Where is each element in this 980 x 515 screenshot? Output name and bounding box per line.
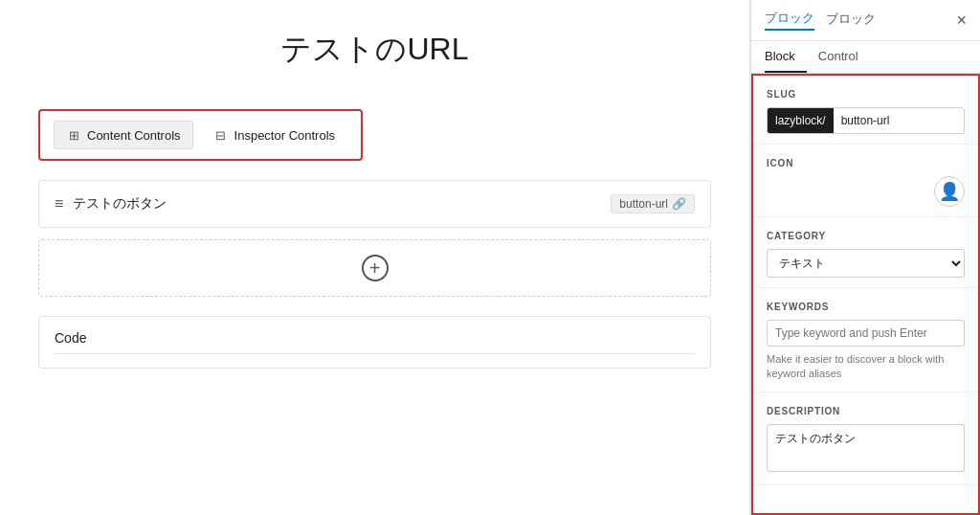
block-item-name: テストのボタン	[73, 195, 167, 213]
category-label: CATEGORY	[767, 231, 965, 241]
slug-row: lazyblock/	[767, 107, 965, 134]
description-field: DESCRIPTION テストのボタン	[753, 392, 978, 485]
code-label: Code	[55, 330, 695, 346]
tab-content-controls[interactable]: ⊞ Content Controls	[54, 121, 193, 149]
category-field: CATEGORY テキスト Common Blocks Formatting L…	[753, 217, 978, 288]
subtab-block[interactable]: Block	[765, 41, 807, 73]
keywords-field: KEYWORDS Make it easier to discover a bl…	[753, 288, 978, 392]
slug-field: SLUG lazyblock/	[753, 76, 978, 145]
content-controls-icon: ⊞	[66, 127, 81, 143]
tab-inspector-controls[interactable]: ⊟ Inspector Controls	[201, 121, 348, 149]
subtab-control[interactable]: Control	[818, 41, 870, 73]
block-item-left: ≡ テストのボタン	[55, 195, 167, 213]
add-block-plus-icon: +	[362, 255, 389, 281]
icon-person: 👤	[939, 181, 960, 202]
tab-inspector-controls-label: Inspector Controls	[234, 128, 336, 143]
category-select[interactable]: テキスト Common Blocks Formatting Layout Ele…	[767, 249, 965, 278]
block-item-icon: ≡	[55, 195, 63, 213]
tab-content-controls-label: Content Controls	[87, 128, 181, 143]
sidebar-content: SLUG lazyblock/ ICON 👤 CATEGORY テキスト Com…	[751, 74, 980, 515]
sidebar-subtabs: Block Control	[751, 41, 980, 74]
inspector-controls-icon: ⊟	[213, 127, 229, 143]
sidebar-tab-block-1[interactable]: ブロック	[765, 10, 814, 31]
page-title: テストのURL	[38, 29, 711, 71]
description-label: DESCRIPTION	[767, 406, 965, 416]
add-block-area[interactable]: +	[38, 239, 711, 297]
block-item[interactable]: ≡ テストのボタン button-url 🔗	[38, 180, 711, 228]
main-content: テストのURL ⊞ Content Controls ⊟ Inspector C…	[0, 0, 750, 515]
code-section: Code	[38, 316, 711, 369]
badge-icon: 🔗	[672, 197, 686, 211]
keywords-label: KEYWORDS	[767, 302, 965, 312]
block-item-badge: button-url 🔗	[611, 194, 695, 213]
keywords-hint: Make it easier to discover a block with …	[767, 352, 965, 382]
icon-row: 👤	[767, 176, 965, 207]
slug-label: SLUG	[767, 89, 965, 100]
icon-label: ICON	[767, 158, 965, 168]
sidebar: ブロック ブロック × Block Control SLUG lazyblock…	[750, 0, 980, 515]
slug-prefix: lazyblock/	[768, 108, 834, 133]
icon-field: ICON 👤	[753, 145, 978, 217]
close-icon[interactable]: ×	[956, 11, 967, 29]
sidebar-header-tabs: ブロック ブロック	[765, 10, 876, 31]
keywords-input[interactable]	[767, 320, 965, 347]
description-input[interactable]: テストのボタン	[767, 424, 965, 472]
badge-label: button-url	[619, 197, 668, 211]
sidebar-header: ブロック ブロック ×	[751, 0, 980, 41]
slug-input[interactable]	[834, 108, 965, 133]
tabs-container: ⊞ Content Controls ⊟ Inspector Controls	[38, 109, 363, 161]
code-divider	[55, 353, 695, 354]
sidebar-tab-block-2[interactable]: ブロック	[826, 11, 876, 30]
icon-picker[interactable]: 👤	[934, 176, 965, 207]
